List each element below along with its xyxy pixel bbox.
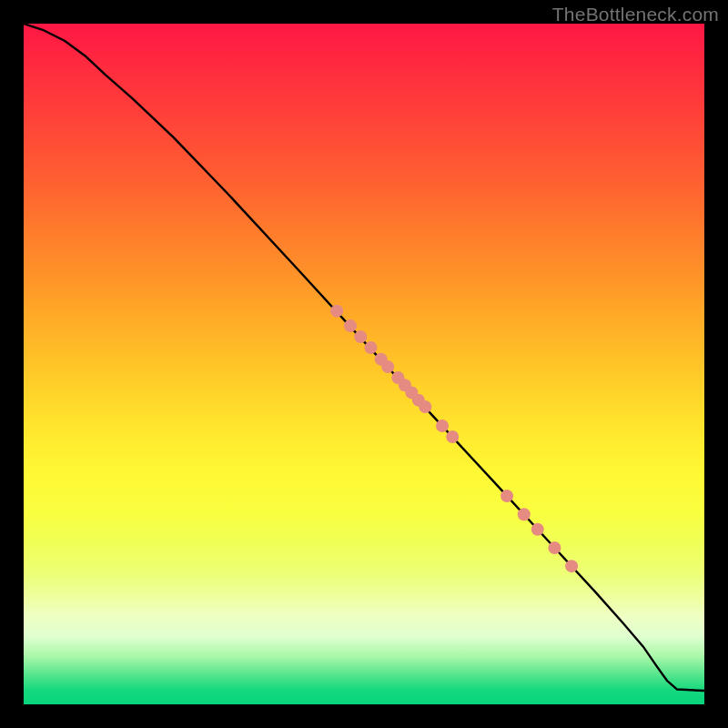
chart-svg-layer bbox=[24, 24, 704, 704]
curve-line bbox=[24, 24, 704, 691]
marker-dot bbox=[344, 319, 357, 332]
marker-dot bbox=[364, 341, 377, 354]
marker-dot bbox=[381, 360, 394, 373]
marker-dot bbox=[518, 508, 531, 521]
chart-plot-area bbox=[24, 24, 704, 704]
marker-dot bbox=[419, 400, 431, 413]
marker-dot bbox=[354, 330, 367, 343]
marker-dot bbox=[500, 490, 513, 502]
marker-dot bbox=[565, 560, 578, 572]
marker-dot bbox=[446, 430, 459, 443]
watermark-text: TheBottleneck.com bbox=[552, 4, 719, 25]
marker-dot bbox=[548, 541, 561, 554]
marker-dot bbox=[330, 305, 343, 318]
marker-dot bbox=[531, 523, 544, 536]
marker-group bbox=[330, 305, 578, 572]
marker-dot bbox=[436, 420, 449, 432]
chart-stage: TheBottleneck.com bbox=[0, 0, 728, 728]
